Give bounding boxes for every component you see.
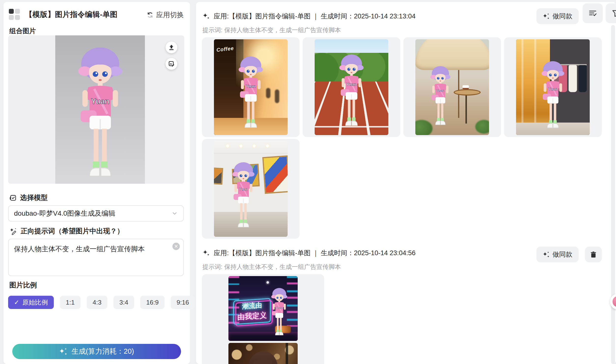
generated-photo-sunset-street[interactable]: Coffee [214,39,288,135]
model-check-icon [9,194,17,201]
filter-icon [612,9,616,17]
ratio-option-label: 原始比例 [22,298,48,307]
gallery-painting [214,168,223,185]
panel-title: 【模版】图片指令编辑-单图 [25,10,118,20]
model-section: 选择模型 [9,193,48,202]
history-list-button[interactable] [583,3,603,23]
record-1-meta: 应用:【模版】图片指令编辑-单图 ｜ 生成时间：2025-10-14 23:13… [214,12,416,21]
make-same-style-label: 做同款 [553,12,573,21]
filter-button[interactable] [606,3,616,23]
ratio-option-label: 16:9 [146,299,159,306]
source-image[interactable] [55,35,145,184]
pedestrian-silhouette [275,89,279,103]
ratio-option-label: 3:4 [119,299,128,306]
ratio-option-original[interactable]: ✓ 原始比例 [8,296,54,309]
upload-image-button[interactable] [166,42,177,53]
source-image-box [8,35,184,184]
refresh-icon [146,11,154,19]
record-2-header: 应用:【模版】图片指令编辑-单图 ｜ 生成时间：2025-10-14 23:04… [202,249,416,257]
generated-photo-running-track[interactable] [315,39,388,135]
edit-image-icon [168,61,175,67]
list-check-icon [588,9,597,18]
edit-image-button[interactable] [166,58,177,70]
spotlight [266,144,269,148]
spotlight [239,144,243,148]
generated-image-card [202,139,300,239]
prompt-input-value: 保持人物主体不变，生成一组广告宣传脚本 [14,245,145,253]
generated-photo-boutique[interactable] [516,39,590,135]
spotlight [226,144,230,148]
plant [475,120,489,134]
character-figure [534,57,571,131]
ratio-options: ✓ 原始比例 1:1 4:3 3:4 16:9 9:16 [8,296,195,309]
cafe-table-leg [465,95,467,124]
cafe-table [454,89,481,96]
generation-history-panel: 应用:【模版】图片指令编辑-单图 ｜ 生成时间：2025-10-14 23:13… [196,2,616,364]
record-2-prompt: 提示词: 保持人物主体不变，生成一组广告宣传脚本 [202,263,341,271]
prompt-section: 正向提示词（希望图片中出现？） [9,226,124,236]
sparkle-icon [59,347,68,356]
generated-photo-cafe-interior[interactable] [228,343,298,364]
generated-image-card [303,37,400,137]
gallery-ceiling [214,141,288,154]
trash-icon [590,251,597,258]
window-frame [286,343,288,364]
record-1-header: 应用:【模版】图片指令编辑-单图 ｜ 生成时间：2025-10-14 23:13… [202,12,416,21]
ratio-option-1-1[interactable]: 1:1 [60,296,81,309]
ratio-option-3-4[interactable]: 3:4 [113,296,134,309]
make-same-style-label: 做同款 [553,250,573,259]
moon [266,281,269,284]
generated-image-card [403,37,501,137]
generated-photo-art-gallery[interactable] [214,141,288,237]
character-figure [332,51,371,129]
sparkle-icon [202,13,210,20]
spotlight [252,144,256,148]
sparkle-icon [543,251,550,258]
neon-sign-line1: 潮流由 [242,301,262,311]
ratio-option-4-3[interactable]: 4:3 [87,296,107,309]
generated-image-card: Coffee [202,37,300,137]
character-figure [225,159,261,230]
app-switch-button[interactable]: 应用切换 [146,10,184,20]
prompt-input[interactable]: 保持人物主体不变，生成一组广告宣传脚本 ✕ [8,239,184,276]
combo-image-label: 组合图片 [9,27,36,35]
app-grid-icon [9,9,20,20]
ratio-option-label: 1:1 [66,299,75,306]
make-same-style-button[interactable]: 做同款 [536,247,579,262]
neon-sign-line2: 由我定义 [237,310,267,322]
ratio-label: 图片比例 [9,280,37,290]
clear-prompt-icon[interactable]: ✕ [172,243,180,250]
ratio-option-9-16[interactable]: 9:16 [171,296,195,309]
sparkle-icon [202,249,210,257]
generated-image-card: 潮流由 由我定义 [202,274,324,364]
model-select[interactable]: doubao-即梦V4.0图像生成及编辑 [8,205,184,222]
hanging-garment [578,65,587,92]
scrollbar[interactable] [611,25,615,364]
character-figure [65,40,136,183]
ratio-option-16-9[interactable]: 16:9 [140,296,165,309]
prompt-label: 正向提示词（希望图片中出现？） [21,226,124,236]
generated-photo-neon-city[interactable]: 潮流由 由我定义 [228,276,298,341]
ratio-option-label: 9:16 [177,299,189,306]
chevron-down-icon [171,210,178,217]
character-figure [424,63,457,128]
app-switch-label: 应用切换 [156,10,184,20]
sparkle-icon [543,13,550,20]
generate-button[interactable]: 生成(算力消耗：20) [12,344,181,359]
magic-prompt-icon [9,227,17,235]
record-2-meta: 应用:【模版】图片指令编辑-单图 ｜ 生成时间：2025-10-14 23:04… [214,249,416,257]
neon-sign: 潮流由 由我定义 [233,298,271,325]
gallery-painting [262,155,288,194]
character-figure [231,53,270,131]
app-config-panel: 【模版】图片指令编辑-单图 应用切换 组合图片 [3,2,190,364]
make-same-style-button[interactable]: 做同款 [536,8,579,24]
delete-record-button[interactable] [585,247,602,262]
upload-icon [168,44,175,51]
ratio-option-label: 4:3 [93,299,101,306]
cake-on-table [462,85,469,89]
check-icon: ✓ [14,299,19,306]
generated-photo-cafe-terrace[interactable] [415,39,489,135]
generated-image-card [504,37,602,137]
model-select-value: doubao-即梦V4.0图像生成及编辑 [14,209,115,218]
record-1-prompt: 提示词: 保持人物主体不变，生成一组广告宣传脚本 [202,26,341,34]
